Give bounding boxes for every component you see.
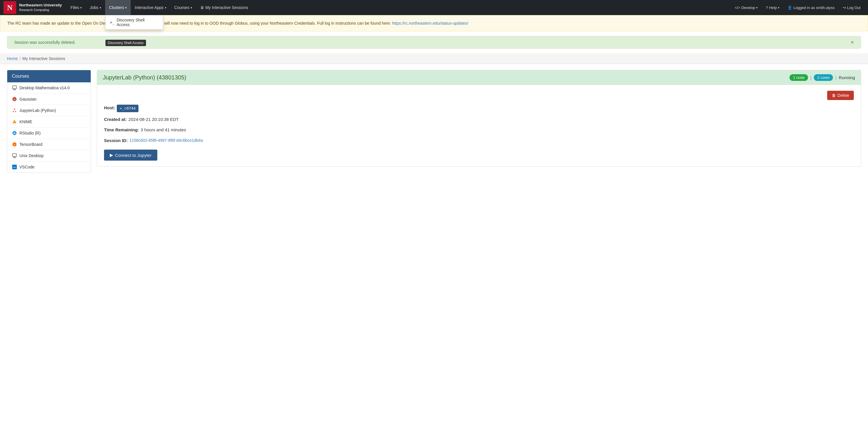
close-alert-button[interactable]: × bbox=[850, 40, 854, 45]
terminal-icon: >_ bbox=[110, 20, 115, 25]
session-id-field: Session ID: 1158c602-85f8-4997-8f6f-d4c6… bbox=[104, 137, 854, 144]
session-host-field: Host: >_c0744 bbox=[104, 105, 854, 112]
sidebar-item-label: Desktop Mathematica v14.0 bbox=[20, 86, 70, 90]
page-layout: Courses Desktop Mathematica v14.0 bbox=[7, 70, 861, 173]
brand-department: Research Computing bbox=[19, 8, 49, 11]
svg-text:N: N bbox=[7, 3, 13, 12]
nu-logo-icon: N bbox=[3, 1, 16, 14]
sidebar-item-label: KNIME bbox=[20, 119, 32, 124]
sidebar-item-vscode[interactable]: </> VSCode bbox=[7, 162, 91, 172]
session-id-label: Session ID: bbox=[104, 137, 128, 144]
nav-items: Files ▾ Jobs ▾ Clusters ▾ >_ Discovery S… bbox=[66, 0, 731, 15]
sidebar-item-knime[interactable]: KNIME bbox=[7, 116, 91, 128]
host-value-badge[interactable]: >_c0744 bbox=[117, 105, 138, 112]
files-nav-link[interactable]: Files ▾ bbox=[66, 0, 86, 15]
breadcrumb-current: My Interactive Sessions bbox=[22, 56, 65, 61]
logout-nav-link[interactable]: ↪ Log Out bbox=[839, 0, 865, 15]
monitor-icon: 🖥 bbox=[200, 5, 204, 10]
sidebar-item-desktop-mathematica[interactable]: Desktop Mathematica v14.0 bbox=[7, 82, 91, 94]
sidebar-item-label: VSCode bbox=[20, 165, 34, 169]
sidebar-header: Courses bbox=[7, 70, 91, 82]
develop-caret-icon: ▾ bbox=[756, 6, 757, 9]
session-card: JupyterLab (Python) (43801305) 1 node | … bbox=[97, 70, 861, 167]
courses-nav-link[interactable]: Courses ▾ bbox=[170, 0, 196, 15]
delete-button[interactable]: 🗑 Delete bbox=[827, 91, 854, 100]
svg-text:R: R bbox=[13, 132, 16, 135]
sidebar-item-tensorboard[interactable]: T TensorBoard bbox=[7, 139, 91, 150]
nav-item-courses: Courses ▾ bbox=[170, 0, 196, 15]
session-id-value[interactable]: 1158c602-85f8-4997-8f6f-d4c6bce1db4a bbox=[129, 137, 203, 143]
nav-item-jobs: Jobs ▾ bbox=[86, 0, 105, 15]
clusters-caret-icon: ▾ bbox=[125, 6, 127, 9]
session-card-header: JupyterLab (Python) (43801305) 1 node | … bbox=[97, 70, 861, 85]
gaussian-icon: G bbox=[12, 96, 17, 102]
svg-point-10 bbox=[15, 111, 16, 112]
nav-item-my-sessions: 🖥 My Interactive Sessions bbox=[196, 0, 252, 15]
session-time-remaining-field: Time Remaining: 3 hours and 41 minutes bbox=[104, 127, 854, 133]
jupyter-icon bbox=[12, 108, 17, 113]
nav-right: </> Develop ▾ ? Help ▾ 👤 Logged in as sm… bbox=[731, 0, 865, 15]
brand-logo-link[interactable]: N Northeastern University Research Compu… bbox=[3, 1, 62, 14]
trash-icon: 🗑 bbox=[832, 93, 836, 98]
svg-point-9 bbox=[13, 111, 14, 112]
help-nav-link[interactable]: ? Help ▾ bbox=[762, 0, 783, 15]
connect-to-jupyter-button[interactable]: ▶ Connect to Jupyter bbox=[104, 149, 157, 161]
breadcrumb: Home / My Interactive Sessions bbox=[7, 56, 861, 61]
sidebar-item-jupyterlab[interactable]: JupyterLab (Python) bbox=[7, 105, 91, 116]
help-caret-icon: ▾ bbox=[778, 6, 779, 9]
discovery-shell-tooltip: Discovery Shell Access bbox=[105, 40, 146, 46]
breadcrumb-separator: / bbox=[20, 56, 21, 61]
sidebar-item-gaussian[interactable]: G Gaussian bbox=[7, 94, 91, 105]
user-icon: 👤 bbox=[787, 5, 792, 10]
sidebar-item-label: RStudio (R) bbox=[20, 131, 40, 135]
interactive-apps-nav-link[interactable]: Interactive Apps ▾ bbox=[131, 0, 170, 15]
rstudio-icon: R bbox=[12, 131, 17, 136]
created-value: 2024-08-21 20:10:38 EDT bbox=[128, 116, 179, 123]
play-icon: ▶ bbox=[110, 152, 113, 158]
jobs-nav-link[interactable]: Jobs ▾ bbox=[86, 0, 105, 15]
code-icon: </> bbox=[735, 5, 740, 10]
jobs-caret-icon: ▾ bbox=[100, 6, 101, 9]
sidebar-item-label: TensorBoard bbox=[20, 142, 42, 147]
node-badge: 1 node bbox=[789, 74, 808, 81]
svg-text:G: G bbox=[13, 98, 16, 101]
unix-desktop-icon bbox=[12, 153, 17, 158]
session-title: JupyterLab (Python) (43801305) bbox=[103, 74, 186, 81]
breadcrumb-home-link[interactable]: Home bbox=[7, 56, 18, 61]
nav-item-clusters: Clusters ▾ >_ Discovery Shell Access Dis… bbox=[105, 0, 131, 15]
cores-badge: 2 cores bbox=[814, 74, 833, 81]
svg-text:</>: </> bbox=[13, 166, 16, 169]
nav-item-files: Files ▾ bbox=[66, 0, 86, 15]
brand-university: Northeastern University bbox=[19, 3, 62, 7]
session-created-field: Created at: 2024-08-21 20:10:38 EDT bbox=[104, 116, 854, 123]
svg-rect-16 bbox=[12, 154, 17, 157]
sidebar-item-rstudio[interactable]: R RStudio (R) bbox=[7, 128, 91, 139]
files-caret-icon: ▾ bbox=[80, 6, 82, 9]
status-updates-link[interactable]: https://rc.northeastern.edu/status-updat… bbox=[392, 21, 468, 26]
clusters-nav-link[interactable]: Clusters ▾ bbox=[105, 0, 131, 15]
svg-point-8 bbox=[14, 109, 16, 110]
user-nav-link[interactable]: 👤 Logged in as smith.alyss bbox=[783, 0, 838, 15]
host-label: Host: bbox=[104, 105, 115, 111]
created-label: Created at: bbox=[104, 116, 127, 123]
clusters-dropdown-menu: >_ Discovery Shell Access Discovery Shel… bbox=[105, 15, 163, 30]
question-icon: ? bbox=[766, 5, 768, 10]
main-content: The RC team has made an update to the Op… bbox=[0, 15, 868, 173]
sidebar-item-label: Unix Desktop bbox=[20, 153, 43, 158]
session-status: Running bbox=[839, 75, 855, 80]
time-remaining-value: 3 hours and 41 minutes bbox=[141, 127, 186, 133]
discovery-shell-menu-item[interactable]: >_ Discovery Shell Access bbox=[105, 16, 163, 29]
nav-item-interactive-apps: Interactive Apps ▾ bbox=[131, 0, 170, 15]
time-remaining-label: Time Remaining: bbox=[104, 127, 139, 133]
navbar: N Northeastern University Research Compu… bbox=[0, 0, 868, 15]
develop-nav-link[interactable]: </> Develop ▾ bbox=[731, 0, 762, 15]
my-sessions-nav-link[interactable]: 🖥 My Interactive Sessions bbox=[196, 0, 252, 15]
knime-icon bbox=[12, 119, 17, 124]
svg-marker-11 bbox=[12, 120, 17, 123]
interactive-apps-caret-icon: ▾ bbox=[165, 6, 166, 9]
session-body: 🗑 Delete Host: >_c0744 Created at: 2024-… bbox=[97, 85, 861, 166]
svg-text:T: T bbox=[14, 143, 16, 146]
sidebar-item-unix-desktop[interactable]: Unix Desktop bbox=[7, 150, 91, 162]
sidebar: Courses Desktop Mathematica v14.0 bbox=[7, 70, 91, 173]
sidebar-item-label: JupyterLab (Python) bbox=[20, 108, 56, 113]
